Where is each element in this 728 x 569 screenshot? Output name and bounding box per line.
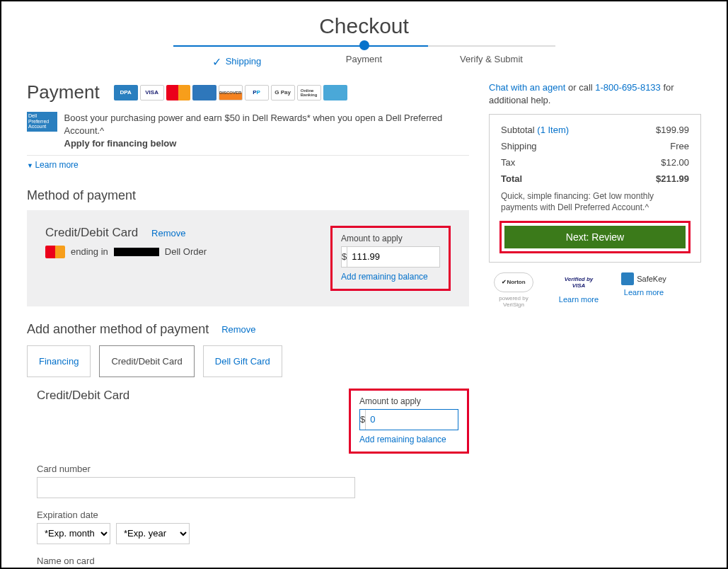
promo-cta: Apply for financing below [64,138,177,149]
financing-note: Quick, simple financing: Get low monthly… [501,191,689,213]
tab-gift-card[interactable]: Dell Gift Card [203,345,282,377]
verified-by-visa-icon: Verified byVISA [559,272,599,292]
amex-icon [192,85,216,100]
add-another-title: Add another method of payment [27,322,209,337]
discover-icon: DISCOVER [219,85,243,100]
payment-heading: Payment [27,81,100,103]
trust-badges: ✔Norton powered by VeriSign Verified byV… [489,272,701,308]
method-of-payment-label: Method of payment [27,188,469,203]
dpa-badge-icon: Dell Preferred Account [27,112,57,132]
name-on-card-label: Name on card [37,556,469,566]
add-remaining-2[interactable]: Add remaining balance [359,435,446,444]
active-dot-icon [359,40,369,50]
exp-year-select[interactable]: *Exp. year [116,523,190,544]
new-card-heading: Credit/Debit Card [27,389,349,403]
page-title: Checkout [27,14,701,38]
chat-link[interactable]: Chat with an agent [489,82,565,93]
safekey-learn-more[interactable]: Learn more [624,288,664,297]
total-label: Total [501,173,522,184]
step-payment[interactable]: Payment [301,44,428,67]
expiration-label: Expiration date [37,510,469,520]
total-value: $211.99 [656,173,689,184]
card-last-digits-redacted [114,248,159,256]
financing-promo: Dell Preferred Account Boost your purcha… [27,108,469,156]
step-shipping[interactable]: ✓Shipping [173,44,301,67]
online-banking-icon: OnlineBanking [297,85,321,100]
step-verify-label: Verify & Submit [460,54,523,64]
saved-card-block: Credit/Debit Card Remove ending in Dell … [27,210,469,306]
learn-more-toggle[interactable]: Learn more [27,160,79,170]
tab-credit-debit[interactable]: Credit/Debit Card [99,345,194,377]
help-phone[interactable]: 1-800-695-8133 [595,82,661,93]
vbv-learn-more[interactable]: Learn more [559,295,599,304]
help-line: Chat with an agent or call 1-800-695-813… [489,81,701,107]
promo-text: Boost your purchasing power and earn $50… [64,113,443,136]
step-verify[interactable]: Verify & Submit [428,44,555,67]
add-remaining-1[interactable]: Add remaining balance [341,272,428,282]
dpa-icon: DPA [114,85,138,100]
shipping-value: Free [670,141,689,151]
card-number-label: Card number [37,464,469,474]
new-amount-highlight: Amount to apply $ Add remaining balance [349,389,469,454]
remove-another-method[interactable]: Remove [221,324,255,335]
mastercard-icon [166,85,190,100]
saved-card-title: Credit/Debit Card [45,226,138,239]
dollar-sign-icon: $ [360,410,366,430]
norton-sub: powered by VeriSign [489,295,538,308]
amount-label-1: Amount to apply [341,234,440,243]
saved-amount-input[interactable] [347,247,475,267]
step-payment-label: Payment [346,54,382,64]
exp-month-select[interactable]: *Exp. month [37,523,110,544]
order-summary: Subtotal (1 Item) $199.99 Shipping Free … [489,114,701,262]
amount-label-2: Amount to apply [359,396,458,406]
subtotal-value: $199.99 [656,125,689,135]
visa-icon: VISA [140,85,164,100]
checkout-stepper: ✓Shipping Payment Verify & Submit [27,44,701,67]
remove-saved-card[interactable]: Remove [151,228,185,238]
tax-label: Tax [501,157,515,168]
norton-icon: ✔Norton [494,272,533,292]
item-count-link[interactable]: (1 Item) [537,125,569,135]
gpay-icon: G Pay [271,85,295,100]
dell-order-text: Dell Order [165,246,207,257]
or-call-text: or call [565,82,595,93]
shipping-label: Shipping [501,141,537,151]
dollar-sign-icon: $ [342,247,347,267]
new-amount-input[interactable] [366,410,493,430]
tab-financing[interactable]: Financing [27,345,91,377]
check-icon: ✓ [212,56,221,68]
accepted-cards: DPA VISA DISCOVER PP G Pay OnlineBanking [114,85,347,100]
next-button-highlight: Next: Review [499,221,691,253]
next-review-button[interactable]: Next: Review [504,226,686,248]
tax-value: $12.00 [661,157,689,168]
safekey-label: SafeKey [637,275,666,283]
mastercard-mini-icon [45,246,65,258]
subtotal-label: Subtotal [501,125,535,135]
ending-in-text: ending in [71,246,108,257]
paypal-icon: PP [245,85,269,100]
step-shipping-label: Shipping [226,56,262,67]
giftcard-icon [323,85,347,100]
safekey-icon [621,272,634,285]
saved-amount-highlight: Amount to apply $ Add remaining balance [330,226,451,291]
card-number-input[interactable] [37,477,355,498]
